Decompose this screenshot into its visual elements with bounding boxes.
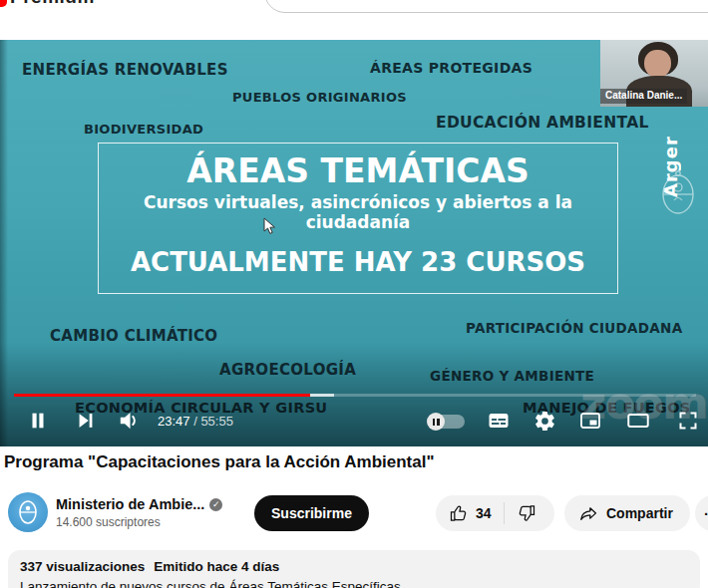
top-header: Premium [0,0,708,40]
miniplayer-icon [578,409,602,433]
video-meta: 337 visualizaciones Emitido hace 4 días [20,559,688,574]
more-actions-button[interactable]: ··· [695,495,708,531]
video-player[interactable]: ENERGÍAS RENOVABLES ÁREAS PROTEGIDAS PUE… [0,40,708,446]
slide-course-count: ACTUALMENTE HAY 23 CURSOS [131,247,585,277]
like-dislike-pill: 34 [436,495,554,531]
autoplay-toggle[interactable] [429,415,465,429]
verified-badge-icon: ✓ [209,498,222,511]
dislike-button[interactable] [505,495,550,531]
webcam-name-label: Catalina Danie... [600,89,687,104]
thumb-up-icon [449,503,469,523]
mouse-cursor-icon [262,217,278,235]
channel-info: Ministerio de Ambie... ✓ [56,496,222,512]
slide-topic: ENERGÍAS RENOVABLES [22,61,228,79]
subscriber-count: 14.600 suscriptores [56,515,161,529]
video-title: Programa "Capacitaciones para la Acción … [4,452,692,472]
autoplay-knob-pause-icon [427,413,445,431]
webcam-person-face [644,50,671,78]
like-button[interactable]: 34 [436,495,504,531]
slide-topic: BIODIVERSIDAD [84,122,203,137]
webcam-thumbnail: Catalina Danie... [600,40,708,107]
next-button[interactable] [72,407,100,435]
time-total: 55:55 [200,414,233,429]
subtitles-icon [487,409,511,433]
avatar-emblem-icon [17,499,39,525]
share-button[interactable]: Compartir [564,495,690,531]
stream-date: Emitido hace 4 días [154,559,279,574]
search-input[interactable] [264,0,708,13]
time-display: 23:47 / 55:55 [158,414,233,429]
like-count: 34 [476,505,492,521]
subtitles-button[interactable] [485,407,513,435]
description-box[interactable]: 337 visualizaciones Emitido hace 4 días … [8,550,700,588]
slide-main-box: ÁREAS TEMÁTICAS Cursos virtuales, asincr… [98,143,618,294]
theater-mode-button[interactable] [624,407,652,435]
subscribe-button[interactable]: Suscribirme [254,495,369,531]
volume-icon [117,408,143,434]
youtube-logo-icon[interactable] [0,0,7,7]
share-label: Compartir [606,505,673,521]
slide-topic: PARTICIPACIÓN CIUDADANA [466,320,682,336]
theater-mode-icon [625,408,651,434]
argentina-coat-of-arms-icon [652,167,704,219]
pause-icon [27,410,49,432]
gear-icon [533,410,556,433]
fullscreen-button[interactable] [674,407,702,435]
premium-wordmark[interactable]: Premium [10,0,95,8]
slide-topic: PUEBLOS ORIGINARIOS [232,90,407,105]
slide-topic: EDUCACIÓN AMBIENTAL [436,114,649,132]
channel-name[interactable]: Ministerio de Ambie... [56,496,204,512]
thumb-down-icon [517,503,536,523]
time-separator: / [190,414,201,429]
next-icon [75,410,97,432]
settings-button[interactable] [531,407,558,435]
volume-button[interactable] [116,407,144,435]
description-text: Lanzamiento de nuevos cursos de Áreas Te… [20,579,688,588]
share-icon [578,503,599,524]
view-count: 337 visualizaciones [20,559,145,574]
fullscreen-icon [676,409,700,433]
progress-played [14,394,310,397]
miniplayer-button[interactable] [576,407,604,435]
youtube-watch-page: { "header": { "premium_label": "Premium"… [0,0,708,588]
channel-avatar[interactable] [8,492,48,532]
slide-title: ÁREAS TEMÁTICAS [186,153,529,189]
time-current: 23:47 [158,414,190,429]
progress-bar[interactable] [14,394,696,397]
pause-button[interactable] [24,407,52,435]
slide-subtitle: Cursos virtuales, asincrónicos y abierto… [105,192,611,232]
slide-topic: ÁREAS PROTEGIDAS [370,60,532,76]
more-icon: ··· [704,505,708,522]
